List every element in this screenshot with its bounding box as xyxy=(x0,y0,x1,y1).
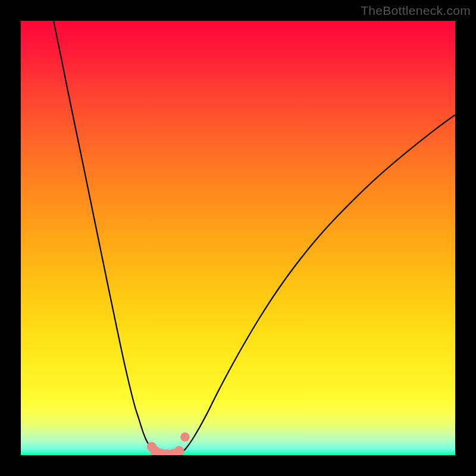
chart-frame: TheBottleneck.com xyxy=(0,0,476,476)
highlight-markers xyxy=(147,433,190,455)
chart-svg xyxy=(21,21,455,455)
curve-left-arm xyxy=(54,21,158,453)
curve-right-arm xyxy=(181,115,455,453)
bottleneck-curve xyxy=(54,21,455,455)
highlight-marker xyxy=(174,446,184,455)
highlight-marker xyxy=(180,433,190,442)
watermark-text: TheBottleneck.com xyxy=(361,4,471,18)
plot-area xyxy=(21,21,455,455)
